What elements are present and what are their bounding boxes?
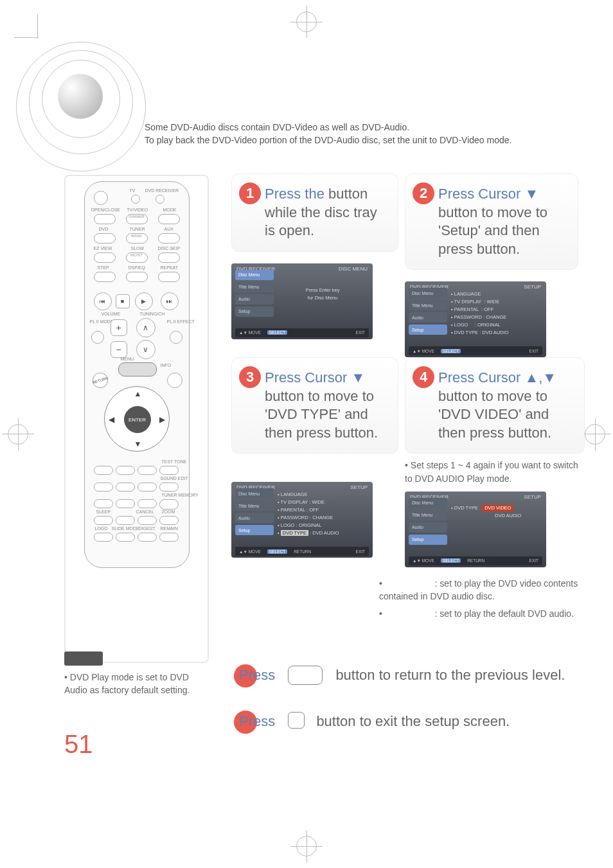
cursor-down-icon[interactable]: ▼ [134, 439, 142, 448]
cursor-left-icon[interactable]: ◀ [109, 415, 114, 424]
i-tvd: TV DISPLAY [454, 299, 482, 305]
testtone-label: TEST TONE [162, 459, 187, 464]
osd-header-right: DISC MENU [339, 266, 368, 272]
intro-line-1: Some DVD-Audio discs contain DVD-Video a… [145, 121, 569, 134]
remain-button[interactable] [159, 533, 179, 542]
menu-button[interactable] [118, 362, 157, 376]
aux-label: AUX [164, 227, 173, 231]
num0-button[interactable] [116, 516, 135, 525]
aux-button[interactable] [158, 233, 180, 244]
osd2-side-audio: Audio [409, 312, 447, 323]
osd3-header-right: SETUP [350, 484, 368, 490]
num9-button[interactable] [138, 499, 157, 508]
num4-button[interactable] [94, 483, 113, 492]
sleep-button[interactable] [94, 516, 113, 525]
f3s: SELECT [267, 549, 287, 554]
testtone-button[interactable] [159, 466, 179, 475]
repeat-button[interactable] [158, 272, 180, 282]
i4ty: DVD TYPE [454, 505, 478, 511]
next-button[interactable]: ⏭ [161, 292, 179, 310]
osd-ftr-exit: EXIT [356, 330, 365, 335]
osd3-content: • LANGUAGE • TV DISPLAY : WIDE • PARENTA… [278, 491, 368, 537]
slidemode-button[interactable] [116, 533, 135, 542]
line5-press: Press [239, 667, 275, 683]
osd3-sidebar: Disc Menu Title Menu Audio Setup [235, 488, 274, 537]
return-button[interactable]: RETURN [90, 371, 109, 390]
num8-button[interactable] [116, 499, 135, 508]
osd-ftr-select: SELECT [267, 330, 287, 335]
dvd-select-button[interactable] [155, 195, 164, 204]
i4tv: DVD VIDEO [482, 504, 513, 512]
cursor-up-icon[interactable]: ▲ [134, 389, 142, 398]
remain-label: REMAIN [161, 526, 178, 531]
num5-button[interactable] [116, 483, 135, 492]
note-badge [64, 651, 103, 666]
cursor-right-icon[interactable]: ▶ [159, 415, 165, 424]
i-logov: ORIGINAL [477, 322, 501, 328]
num3-button[interactable] [138, 466, 157, 475]
ch-down-button[interactable]: ∨ [136, 340, 155, 359]
osd2-content: • LANGUAGE • TV DISPLAY : WIDE • PARENTA… [451, 290, 541, 337]
num2-button[interactable] [116, 466, 135, 475]
num6-button[interactable] [138, 483, 157, 492]
soundedit-button[interactable] [159, 483, 179, 492]
step-button[interactable] [94, 272, 116, 282]
dvd-button[interactable] [94, 233, 116, 244]
tv-label: TV [130, 188, 136, 193]
osd2-side-discmenu: Disc Menu [409, 288, 447, 298]
i3wv: CHANGE [312, 515, 333, 520]
openclose-button[interactable] [94, 214, 116, 224]
mute-button[interactable] [167, 373, 182, 388]
i3t: TV DISPLAY [281, 499, 308, 505]
s3m1: Disc Menu [235, 488, 274, 499]
menu-label: MENU [121, 357, 134, 361]
num7-button[interactable] [94, 499, 113, 508]
osd-side-titlemenu: Title Menu [235, 282, 274, 292]
line5-rest: button to return to the previous level. [335, 667, 565, 683]
pl2effect-button[interactable] [170, 331, 182, 344]
stop-button[interactable]: ■ [116, 294, 130, 308]
step-2-bubble: 2 Press Cursor ▼ button to move to 'Setu… [405, 173, 578, 270]
i-logo: LOGO [454, 322, 468, 328]
power-button[interactable] [94, 191, 108, 205]
tmemory-button[interactable] [159, 499, 179, 509]
cancel-label: CANCEL [136, 509, 154, 514]
band-button[interactable]: BAND [126, 233, 148, 244]
tv-select-button[interactable] [131, 195, 140, 204]
line6-rest: button to exit the setup screen. [316, 713, 510, 729]
dimmer-button[interactable]: DIMMER [126, 214, 148, 224]
zoom-button[interactable] [159, 516, 179, 525]
cursor-down-icon-2: ▼ [351, 369, 365, 385]
play-pause-button[interactable]: ▶ [135, 292, 153, 310]
logo-button[interactable] [94, 533, 113, 542]
discskip-button[interactable] [158, 252, 180, 263]
step-2-screenshot: DVD RECEIVER SETUP Disc Menu Title Menu … [405, 281, 546, 357]
num1-button[interactable] [94, 466, 113, 475]
mode-button[interactable] [158, 214, 180, 224]
dspeq-button[interactable] [126, 272, 148, 282]
i3tv: WIDE [312, 499, 325, 505]
prev-button[interactable]: ⏮ [94, 292, 112, 310]
enter-button[interactable]: ENTER [124, 406, 151, 433]
osd2-side-titlemenu: Title Menu [409, 300, 447, 310]
s4m2: Title Menu [409, 510, 447, 520]
step-3-text: Press Cursor ▼ button to move to 'DVD TY… [265, 369, 386, 442]
ezview-label: EZ VIEW [94, 246, 112, 251]
i-pwd: PASSWORD [454, 314, 482, 320]
step-label: STEP [98, 265, 109, 270]
most-button[interactable]: MO/ST [126, 252, 148, 263]
s3a: Press Cursor [265, 369, 351, 385]
crop-l1 [37, 14, 38, 39]
s4m1: Disc Menu [409, 498, 447, 508]
manual-page: Some DVD-Audio discs contain DVD-Video a… [0, 0, 613, 868]
vol-up-button[interactable]: + [111, 319, 127, 336]
remote-panel: TV DVD RECEIVER OPEN/CLOSE TV/VIDEO MODE… [64, 175, 209, 663]
ezview-button[interactable] [94, 252, 116, 263]
pl2mode-button[interactable] [91, 331, 104, 344]
osd4-footer: ▲▼ MOVE SELECT RETURN EXIT [409, 556, 542, 565]
cancel-button[interactable] [138, 516, 157, 525]
digest-button[interactable] [138, 533, 157, 542]
vol-down-button[interactable]: − [111, 341, 127, 358]
osd-side-setup: Setup [235, 306, 274, 317]
ch-up-button[interactable]: ∧ [136, 318, 155, 337]
